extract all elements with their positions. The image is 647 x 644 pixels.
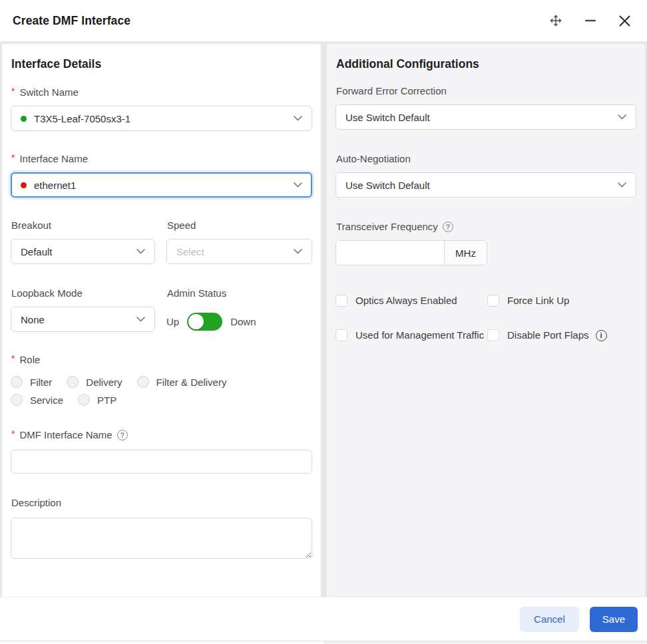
info-icon[interactable]: i [596, 330, 607, 341]
chevron-down-icon [618, 182, 626, 188]
loopback-mode-select[interactable]: None [11, 307, 155, 332]
switch-status-dot [21, 116, 27, 122]
transceiver-frequency-input[interactable] [336, 241, 444, 265]
move-icon[interactable] [548, 13, 564, 29]
required-marker: * [11, 152, 15, 161]
switch-name-value: T3X5-Leaf-7050sx3-1 [34, 113, 130, 124]
speed-placeholder: Select [176, 246, 204, 257]
admin-status-down-label: Down [230, 316, 256, 327]
breakout-label: Breakout [11, 219, 154, 232]
optics-always-enabled-checkbox[interactable]: Optics Always Enabled [335, 292, 487, 309]
dmf-interface-name-label: * DMF Interface Name ? [11, 428, 312, 442]
checkbox-icon [487, 295, 499, 307]
forward-error-correction-label: Forward Error Correction [336, 84, 636, 98]
interface-status-dot [21, 182, 27, 188]
help-icon[interactable]: ? [117, 430, 128, 440]
admin-status-up-label: Up [166, 316, 179, 327]
cancel-button[interactable]: Cancel [520, 607, 579, 632]
chevron-down-icon [136, 317, 145, 322]
loopback-mode-label: Loopback Mode [11, 287, 154, 300]
role-option-service[interactable]: Service [11, 394, 63, 406]
dialog-header-actions [548, 13, 632, 29]
required-marker: * [11, 428, 15, 437]
additional-configurations-heading: Additional Configurations [336, 57, 636, 71]
radio-icon [78, 394, 90, 406]
force-link-up-checkbox[interactable]: Force Link Up [487, 292, 636, 309]
interface-details-heading: Interface Details [11, 57, 312, 71]
chevron-down-icon [136, 249, 145, 254]
role-option-delivery[interactable]: Delivery [67, 376, 122, 388]
role-radio-group: Filter Delivery Filter & Delivery Servic… [11, 376, 312, 406]
interface-name-label: * Interface Name [11, 152, 312, 166]
role-label: * Role [11, 353, 312, 367]
transceiver-frequency-label: Transceiver Frequency ? [336, 220, 636, 234]
required-marker: * [11, 86, 15, 94]
switch-name-select[interactable]: T3X5-Leaf-7050sx3-1 [11, 106, 312, 131]
interface-name-select[interactable]: ethernet1 [11, 172, 312, 198]
dialog-title: Create DMF Interface [13, 14, 130, 28]
description-label: Description [11, 496, 312, 510]
interface-details-panel: Interface Details * Switch Name T3X5-Lea… [1, 43, 322, 597]
radio-icon [11, 394, 23, 406]
create-dmf-interface-dialog: Create DMF Interface Interface Details * [0, 0, 647, 644]
minimize-icon[interactable] [584, 17, 597, 24]
chevron-down-icon [294, 182, 302, 188]
radio-icon [137, 376, 149, 388]
speed-select[interactable]: Select [166, 239, 312, 264]
dialog-header: Create DMF Interface [0, 0, 647, 42]
loopback-mode-value: None [21, 314, 45, 325]
dialog-body: Interface Details * Switch Name T3X5-Lea… [0, 42, 647, 597]
role-option-filter[interactable]: Filter [11, 376, 52, 388]
required-marker: * [11, 353, 15, 362]
admin-status-control: Up Down [166, 313, 312, 331]
forward-error-correction-select[interactable]: Use Switch Default [335, 104, 636, 130]
fec-value: Use Switch Default [345, 112, 430, 123]
description-textarea[interactable] [11, 518, 312, 559]
breakout-value: Default [21, 246, 53, 257]
admin-status-toggle[interactable] [187, 313, 222, 331]
role-option-filter-and-delivery[interactable]: Filter & Delivery [137, 376, 227, 388]
checkbox-icon [487, 329, 499, 341]
checkbox-icon [335, 295, 347, 307]
dmf-interface-name-input[interactable] [11, 450, 312, 474]
transceiver-frequency-group: MHz [335, 240, 487, 265]
speed-label: Speed [167, 219, 312, 232]
chevron-down-icon [294, 249, 302, 254]
admin-status-label: Admin Status [167, 287, 312, 300]
radio-icon [11, 376, 23, 388]
dialog-footer: Cancel Save [0, 597, 647, 641]
additional-configurations-panel: Additional Configurations Forward Error … [326, 43, 646, 597]
interface-name-value: ethernet1 [34, 180, 76, 191]
close-icon[interactable] [617, 13, 632, 29]
switch-name-label: * Switch Name [11, 86, 312, 99]
checkbox-icon [335, 329, 347, 341]
radio-icon [67, 376, 79, 388]
save-button[interactable]: Save [590, 607, 638, 632]
background-edge-strip [0, 641, 647, 644]
chevron-down-icon [618, 114, 626, 120]
mhz-unit-addon: MHz [444, 241, 487, 265]
auto-negotiation-select[interactable]: Use Switch Default [335, 172, 636, 198]
auto-negotiation-label: Auto-Negotiation [336, 152, 636, 166]
help-icon[interactable]: ? [443, 222, 453, 232]
breakout-select[interactable]: Default [11, 239, 155, 264]
toggle-knob [188, 314, 204, 329]
auto-negotiation-value: Use Switch Default [345, 180, 430, 191]
used-for-management-traffic-checkbox[interactable]: Used for Management Traffic [335, 327, 487, 344]
disable-port-flaps-checkbox[interactable]: Disable Port Flaps i [487, 327, 636, 344]
role-option-ptp[interactable]: PTP [78, 394, 116, 406]
chevron-down-icon [294, 116, 302, 121]
